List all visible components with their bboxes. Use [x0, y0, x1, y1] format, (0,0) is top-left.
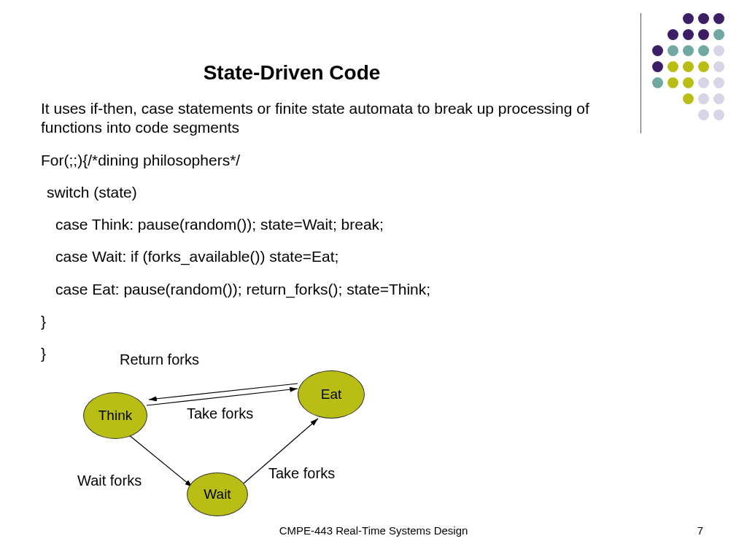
- page-number: 7: [697, 524, 703, 537]
- slide-title: State-Driven Code: [0, 61, 584, 85]
- intro-text: It uses if-then, case statements or fini…: [41, 99, 595, 138]
- code-line: case Think: pause(random()); state=Wait;…: [41, 215, 595, 234]
- state-label: Wait: [204, 486, 231, 502]
- divider-line: [640, 13, 641, 133]
- slide-body: It uses if-then, case statements or fini…: [41, 99, 595, 376]
- edge-label-wait: Wait forks: [77, 472, 142, 489]
- footer-text: CMPE-443 Real-Time Systems Design: [0, 524, 747, 537]
- state-think: Think: [83, 392, 147, 439]
- state-eat: Eat: [298, 370, 365, 419]
- state-label: Think: [98, 408, 132, 424]
- diagram-arrows: [41, 349, 449, 538]
- state-diagram: Think Eat Wait Return forks Take forks W…: [41, 349, 449, 538]
- code-line: switch (state): [41, 183, 595, 202]
- code-line: case Wait: if (forks_available()) state=…: [41, 247, 595, 266]
- decorative-dot-grid: [650, 13, 727, 125]
- code-line: case Eat: pause(random()); return_forks(…: [41, 280, 595, 299]
- state-label: Eat: [321, 386, 342, 402]
- edge-label-take: Take forks: [268, 465, 335, 482]
- slide: State-Driven Code It uses if-then, case …: [0, 0, 747, 560]
- edge-label-return: Return forks: [120, 351, 199, 368]
- edge-label-take: Take forks: [187, 405, 253, 422]
- state-wait: Wait: [187, 472, 248, 516]
- code-line: }: [41, 312, 595, 331]
- code-line: For(;;){/*dining philosophers*/: [41, 151, 595, 170]
